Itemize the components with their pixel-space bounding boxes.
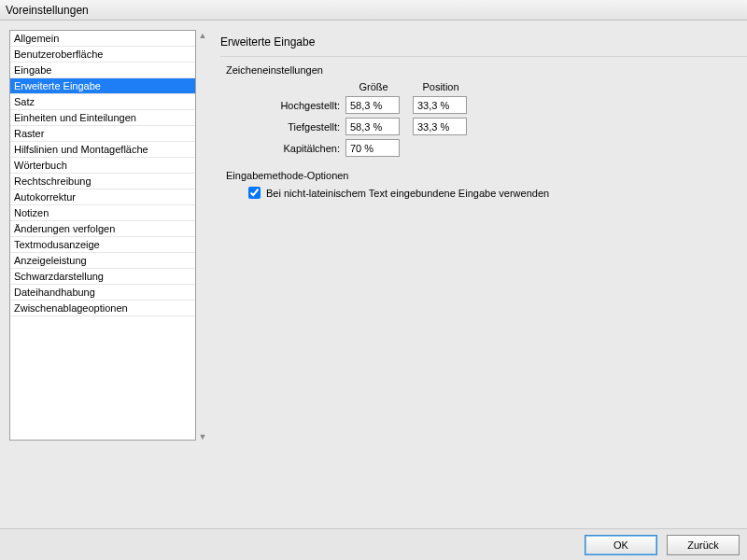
character-settings-title: Zeicheneinstellungen bbox=[226, 64, 747, 76]
sidebar-item[interactable]: Änderungen verfolgen bbox=[10, 221, 195, 237]
superscript-size-field[interactable] bbox=[345, 96, 400, 114]
dialog-content: ▲ AllgemeinBenutzeroberflächeEingabeErwe… bbox=[0, 21, 747, 528]
sidebar-item[interactable]: Notizen bbox=[10, 205, 195, 221]
ime-options-group: Eingabemethode-Optionen Bei nicht-latein… bbox=[220, 170, 747, 199]
window-title: Voreinstellungen bbox=[6, 4, 89, 17]
ok-button[interactable]: OK bbox=[585, 535, 657, 555]
sidebar-item[interactable]: Dateihandhabung bbox=[10, 285, 195, 301]
window-titlebar: Voreinstellungen bbox=[0, 0, 747, 21]
subscript-position-field[interactable] bbox=[413, 118, 467, 135]
superscript-position-field[interactable] bbox=[413, 96, 467, 114]
sidebar-item[interactable]: Zwischenablageoptionen bbox=[10, 301, 195, 316]
subscript-size-field[interactable] bbox=[345, 118, 400, 135]
sidebar-item[interactable]: Raster bbox=[10, 126, 195, 142]
sidebar-item[interactable]: Erweiterte Eingabe bbox=[10, 78, 195, 94]
sidebar-container: ▲ AllgemeinBenutzeroberflächeEingabeErwe… bbox=[9, 30, 207, 442]
subscript-label: Tiefgestellt: bbox=[248, 121, 345, 133]
character-settings-group: Zeicheneinstellungen Größe Position Hoch… bbox=[220, 64, 747, 157]
smallcaps-size-field[interactable] bbox=[345, 139, 400, 157]
sidebar-item[interactable]: Hilfslinien und Montagefläche bbox=[10, 142, 195, 158]
sidebar-item[interactable]: Schwarzdarstellung bbox=[10, 269, 195, 285]
panel-divider bbox=[220, 56, 747, 57]
sidebar-item[interactable]: Einheiten und Einteilungen bbox=[10, 110, 195, 126]
sidebar-item[interactable]: Anzeigeleistung bbox=[10, 253, 195, 269]
sidebar-scroll-down[interactable]: ▼ bbox=[198, 431, 207, 442]
sidebar-item[interactable]: Textmodusanzeige bbox=[10, 237, 195, 253]
sidebar-item[interactable]: Rechtschreibung bbox=[10, 174, 195, 189]
sidebar-item[interactable]: Allgemein bbox=[10, 31, 195, 47]
inline-input-label[interactable]: Bei nicht-lateinischem Text eingebundene… bbox=[266, 188, 549, 199]
sidebar-scroll-up[interactable]: ▲ bbox=[198, 30, 207, 41]
ime-options-title: Eingabemethode-Optionen bbox=[226, 170, 747, 181]
sidebar-item[interactable]: Autokorrektur bbox=[10, 189, 195, 205]
sidebar-item[interactable]: Satz bbox=[10, 94, 195, 110]
settings-panel: Erweiterte Eingabe Zeicheneinstellungen … bbox=[220, 30, 747, 519]
back-button[interactable]: Zurück bbox=[667, 535, 740, 555]
sidebar-item[interactable]: Eingabe bbox=[10, 63, 195, 78]
smallcaps-label: Kapitälchen: bbox=[248, 143, 345, 154]
sidebar-item[interactable]: Benutzeroberfläche bbox=[10, 47, 195, 63]
superscript-label: Hochgestellt: bbox=[248, 100, 345, 111]
column-header-position: Position bbox=[413, 81, 469, 92]
panel-title: Erweiterte Eingabe bbox=[220, 35, 747, 49]
category-sidebar: AllgemeinBenutzeroberflächeEingabeErweit… bbox=[9, 30, 196, 441]
column-header-size: Größe bbox=[345, 81, 402, 92]
inline-input-checkbox[interactable] bbox=[248, 187, 261, 199]
sidebar-item[interactable]: Wörterbuch bbox=[10, 158, 195, 174]
dialog-footer: OK Zurück bbox=[0, 528, 747, 560]
